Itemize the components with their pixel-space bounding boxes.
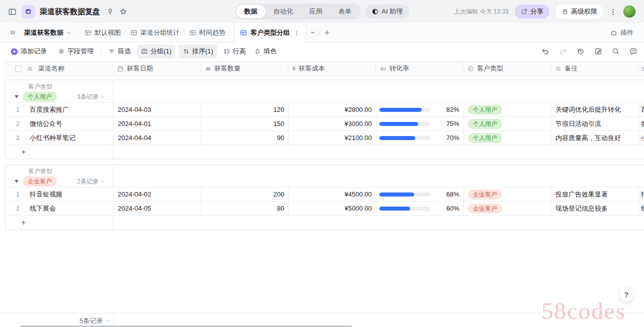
cell-type[interactable]: 个人用户 — [464, 131, 551, 145]
cell-type[interactable]: 个人用户 — [464, 103, 551, 116]
undo-icon[interactable] — [541, 47, 549, 55]
tab-apps[interactable]: 应用 — [301, 5, 331, 18]
sort-icon — [183, 48, 190, 55]
cell-cost[interactable]: ¥2800.00 — [289, 103, 376, 116]
progress-fill — [379, 136, 415, 140]
page-title: 渠道获客数据复盘 — [40, 7, 100, 17]
collapse-triangle-icon[interactable] — [15, 95, 19, 98]
search-icon[interactable] — [612, 47, 620, 55]
column-header-date[interactable]: 获客日期 — [113, 62, 201, 75]
cell-note[interactable]: 现场登记信息较多 — [551, 202, 639, 215]
cell-qty[interactable]: 200 — [201, 187, 289, 201]
table-selector[interactable]: 渠道获客数据 — [20, 23, 76, 42]
table-row: 1抖音短视频 2024-04-02 200 ¥4500.00 68% 企业客户 … — [6, 187, 644, 201]
field-manage-button[interactable]: 字段管理 — [54, 44, 98, 58]
expand-tables-icon[interactable] — [6, 23, 20, 42]
record-count-summary[interactable]: 5条记录 — [79, 316, 111, 325]
group-record-count[interactable]: 2条记录 — [77, 177, 106, 186]
table-row: 3小红书种草笔记 2024-04-04 90 ¥2100.00 70% 个人用户… — [6, 130, 644, 145]
table-row: 2微信公众号 2024-04-01 150 ¥3000.00 75% 个人用户 … — [6, 116, 644, 130]
share-button[interactable]: 分享 — [515, 5, 549, 19]
column-header-type[interactable]: 客户类型 — [463, 62, 551, 75]
column-header-qty[interactable]: 获客数量 — [201, 62, 288, 75]
cell-cost[interactable]: ¥5000.00 — [289, 202, 376, 215]
cell-qty[interactable]: 90 — [201, 131, 289, 145]
cell-cost[interactable]: ¥4500.00 — [289, 187, 376, 201]
group-icon — [141, 48, 148, 55]
cell-type[interactable]: 企业客户 — [464, 202, 551, 215]
table-header-row: 渠道名称 获客日期 获客数量 ¥ 获客成本 转化率 客户类型 备注 — [5, 61, 644, 76]
cell-type[interactable]: 个人用户 — [464, 117, 551, 130]
view-more-icon[interactable] — [293, 30, 300, 36]
sort-button[interactable]: 排序(1) — [179, 44, 217, 58]
tab-data[interactable]: 数据 — [236, 5, 266, 18]
cell-clipped[interactable]: 抖 — [639, 187, 644, 201]
cell-channel: 抖音短视频 — [30, 190, 62, 199]
more-menu-icon[interactable] — [609, 8, 617, 16]
cell-clipped[interactable]: 小 — [639, 131, 644, 145]
add-record-row[interactable]: + — [6, 145, 644, 159]
redo-icon[interactable] — [559, 47, 567, 55]
cell-note[interactable]: 节假日活动引流 — [551, 117, 639, 130]
collapse-triangle-icon[interactable] — [15, 180, 19, 183]
plugins-button[interactable]: 插件 — [606, 28, 638, 37]
cell-rate[interactable]: 70% — [376, 131, 464, 145]
comment-icon[interactable] — [629, 47, 637, 55]
add-record-row[interactable]: + — [6, 215, 644, 229]
column-header-clipped[interactable] — [638, 62, 644, 75]
star-icon[interactable] — [119, 8, 127, 16]
add-record-button[interactable]: 添加记录 — [7, 44, 51, 58]
form-edit-icon[interactable] — [594, 47, 602, 55]
cell-clipped[interactable]: 线 — [639, 202, 644, 215]
cell-clipped[interactable]: 百 — [639, 103, 644, 116]
cell-rate[interactable]: 60% — [376, 202, 464, 215]
view-item-time-trend[interactable]: 时间趋势 — [185, 23, 230, 42]
type-pill: 个人用户 — [468, 105, 502, 115]
cell-qty[interactable]: 80 — [201, 202, 289, 215]
base-app-icon[interactable] — [22, 5, 35, 18]
ai-assistant-button[interactable]: AI 助理 — [365, 5, 410, 19]
cell-date[interactable]: 2024-04-02 — [114, 187, 201, 201]
views-dropdown-icon[interactable] — [306, 23, 319, 42]
history-icon[interactable] — [577, 47, 585, 55]
view-item-channel-group[interactable]: 渠道分组统计 — [126, 23, 184, 42]
cell-note[interactable]: 投放广告效果显著 — [551, 187, 639, 201]
column-header-cost[interactable]: ¥ 获客成本 — [288, 62, 376, 75]
row-height-button[interactable]: 行高 — [219, 44, 250, 58]
group-record-count[interactable]: 3条记录 — [77, 93, 106, 101]
cell-date[interactable]: 2024-04-03 — [114, 103, 201, 116]
select-all-checkbox[interactable] — [15, 66, 22, 72]
cell-type[interactable]: 企业客户 — [464, 187, 551, 201]
cell-qty[interactable]: 150 — [201, 117, 289, 130]
pin-icon[interactable] — [106, 8, 114, 16]
add-view-icon[interactable] — [320, 23, 334, 42]
help-button[interactable]: ? — [619, 288, 633, 302]
column-header-note[interactable]: 备注 — [551, 62, 638, 75]
cell-note[interactable]: 内容质量高，互动良好 — [551, 131, 639, 145]
cell-date[interactable]: 2024-04-05 — [114, 202, 201, 215]
cell-clipped[interactable]: 微 — [639, 117, 644, 130]
advanced-permission-button[interactable]: 高级权限 — [555, 5, 603, 19]
fill-color-button[interactable]: 填色 — [250, 44, 281, 58]
sidebar-toggle-icon[interactable] — [8, 8, 17, 16]
view-item-default[interactable]: 默认视图 — [80, 23, 125, 42]
cell-rate[interactable]: 75% — [376, 117, 464, 130]
cell-cost[interactable]: ¥2100.00 — [289, 131, 376, 145]
cell-cost[interactable]: ¥3000.00 — [289, 117, 376, 130]
cell-date[interactable]: 2024-04-04 — [114, 131, 201, 145]
view-item-customer-type-active[interactable]: 客户类型分组 — [234, 23, 306, 42]
cell-note[interactable]: 关键词优化后提升转化 — [551, 103, 639, 116]
avatar[interactable] — [623, 5, 636, 18]
group-button[interactable]: 分组(1) — [137, 44, 176, 58]
tab-forms[interactable]: 表单 — [331, 5, 360, 18]
tab-automation[interactable]: 自动化 — [266, 5, 301, 18]
column-header-channel[interactable]: 渠道名称 — [5, 62, 113, 75]
filter-button[interactable]: 筛选 — [104, 44, 135, 58]
column-header-rate[interactable]: 转化率 — [376, 62, 463, 75]
cell-qty[interactable]: 120 — [201, 103, 289, 116]
cell-rate[interactable]: 82% — [376, 103, 464, 116]
cell-rate[interactable]: 68% — [376, 187, 464, 201]
text-field-icon — [640, 66, 644, 72]
cell-date[interactable]: 2024-04-01 — [114, 117, 201, 130]
divider — [113, 313, 114, 327]
